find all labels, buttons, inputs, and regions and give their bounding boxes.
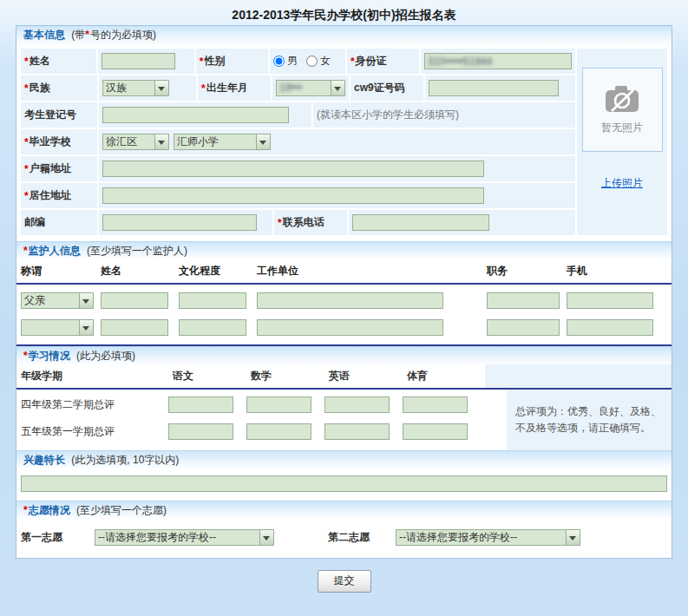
score-input-math-1[interactable] [246,396,311,413]
nation-label: *民族 [21,75,97,101]
section-header-guardian: *监护人信息 (至少填写一个监护人) [16,241,672,259]
study-col-math: 数学 [251,364,329,388]
guardian-title-cell-2 [21,319,101,336]
guardian-position-input-row1[interactable] [487,292,560,309]
cw9-label: cw9证号码 [351,75,423,101]
study-header-spacer [485,364,672,388]
gender-female-radio[interactable] [306,56,318,67]
guardian-position-input-row2[interactable] [487,319,560,336]
section-header-basic: 基本信息 (带*号的为必填项) [16,26,672,44]
guardian-position-cell-1 [487,292,567,309]
study-body: 四年级第二学期总评 五年级第一学期总评 总评项为：优秀、良好、及格、不及格等选项… [16,390,672,450]
section-header-interest: 兴趣特长 (此为选填项, 10字以内) [16,450,672,469]
score-input-pe-1[interactable] [403,396,468,413]
hukou-cell [99,156,575,181]
guardian-title-select-row2[interactable] [21,319,94,336]
reg-number-input[interactable] [102,107,289,123]
section-header-study: *学习情况 (此为必填项) [16,346,672,364]
school-cell: 徐汇区 汇师小学 [99,129,575,154]
study-col-english: 英语 [329,364,407,388]
section-header-choice: *志愿情况 (至少填写一个志愿) [16,501,672,519]
id-number-field[interactable]: 310•••••51944 [424,53,572,69]
reg-note-cell: (就读本区小学的学生必须填写) [313,102,575,128]
reg-label: 考生登记号 [21,102,97,128]
score-input-english-2[interactable] [324,423,390,440]
guardian-rows: 父亲 [16,285,672,344]
name-label: *姓名 [21,49,96,74]
guardian-name-cell-2 [101,319,179,336]
guardian-name-input-row1[interactable] [101,292,168,309]
submit-button[interactable]: 提交 [318,570,371,593]
cw9-cell [425,75,575,101]
dropdown-arrow-icon [79,293,93,308]
dropdown-arrow-icon [256,134,270,149]
score-input-chinese-1[interactable] [168,396,233,413]
guardian-row-1: 父亲 [16,287,672,314]
dropdown-arrow-icon [259,530,273,545]
guardian-education-input-row2[interactable] [179,319,246,336]
nation-select[interactable]: 汉族 [102,80,169,96]
residence-address-input[interactable] [102,187,484,204]
guardian-workunit-input-row2[interactable] [257,319,443,336]
name-input[interactable] [102,53,175,69]
id-label: *身份证 [347,49,419,74]
dropdown-arrow-icon [566,530,580,545]
study-row1-label: 四年级第二学期总评 [16,397,168,412]
study-row-1: 四年级第二学期总评 [16,391,507,418]
gender-female-option[interactable]: 女 [306,54,331,69]
birth-select[interactable]: 19••• [276,80,345,96]
second-choice-select[interactable]: --请选择您要报考的学校-- [396,529,580,546]
submit-bar: 提交 [0,559,688,593]
score-cell [246,396,324,413]
score-input-chinese-2[interactable] [168,423,233,440]
basic-row-7: 邮编 *联系电话 [21,210,575,235]
score-input-english-1[interactable] [324,396,390,413]
guardian-col-education: 文化程度 [179,264,257,279]
basic-row-6: *居住地址 [21,183,575,208]
phone-input[interactable] [352,214,489,231]
guardian-position-cell-2 [487,319,567,336]
interest-input[interactable] [21,475,667,492]
dropdown-arrow-icon [331,81,344,95]
cw9-input[interactable] [429,80,559,96]
basic-info-grid: *姓名 *性别 男 女 *身份证 310•••••51944 *民族 汉族 [16,44,672,241]
basic-row-5: *户籍地址 [21,156,575,181]
hukou-address-input[interactable] [102,161,484,177]
school-label: *毕业学校 [21,129,97,154]
guardian-mobile-cell-1 [567,292,667,309]
second-choice-label: 第二志愿 [328,530,396,545]
gender-male-option[interactable]: 男 [273,54,298,69]
zip-label: 邮编 [21,210,97,235]
guardian-mobile-input-row1[interactable] [567,292,653,309]
residence-cell [99,183,575,208]
guardian-table-header: 称谓 姓名 文化程度 工作单位 职务 手机 [16,259,672,283]
study-col-chinese: 语文 [173,364,251,388]
guardian-title-select-row1[interactable]: 父亲 [21,292,94,309]
photo-placeholder-box: 暂无照片 [582,68,663,152]
zip-input[interactable] [102,214,257,231]
basic-row-3: 考生登记号 (就读本区小学的学生必须填写) [21,102,575,128]
gender-male-radio[interactable] [273,56,285,67]
gender-label: *性别 [196,49,268,74]
guardian-name-input-row2[interactable] [101,319,168,336]
basic-header-text: 基本信息 [23,29,65,41]
basic-rows: *姓名 *性别 男 女 *身份证 310•••••51944 *民族 汉族 [21,49,575,235]
guardian-name-cell-1 [101,292,179,309]
school-select[interactable]: 汇师小学 [174,134,271,150]
score-input-pe-2[interactable] [403,423,468,440]
residence-label: *居住地址 [21,183,97,208]
guardian-title-cell-1: 父亲 [21,292,101,309]
birth-cell: 19••• [272,75,349,101]
phone-label: *联系电话 [274,210,347,235]
district-select[interactable]: 徐汇区 [102,134,169,150]
basic-row-1: *姓名 *性别 男 女 *身份证 310•••••51944 [21,49,575,74]
guardian-education-input-row1[interactable] [179,292,246,309]
first-choice-select[interactable]: --请选择您要报考的学校-- [95,529,274,546]
guardian-workunit-input-row1[interactable] [257,292,443,309]
score-input-math-2[interactable] [246,423,311,440]
guardian-mobile-input-row2[interactable] [567,319,653,336]
form-container: 基本信息 (带*号的为必填项) *姓名 *性别 男 女 *身份证 310••••… [16,25,672,559]
upload-photo-link[interactable]: 上传照片 [601,176,643,191]
guardian-mobile-cell-2 [567,319,667,336]
gender-cell: 男 女 [270,49,345,74]
